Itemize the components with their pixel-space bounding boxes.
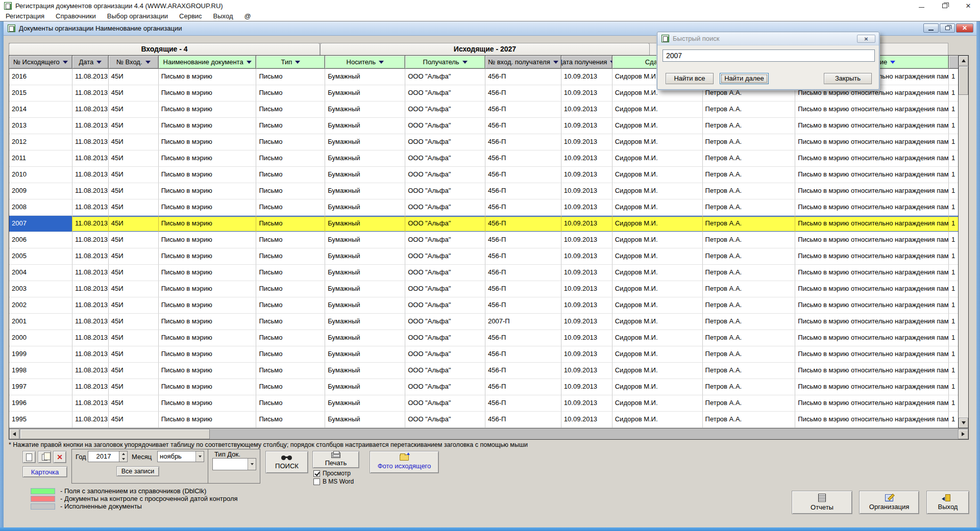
- table-cell[interactable]: Бумажный: [325, 330, 405, 346]
- table-cell[interactable]: 45И: [109, 183, 159, 199]
- scroll-left-button[interactable]: [9, 429, 19, 439]
- table-row[interactable]: 200711.08.201345ИПисьмо в мэриюПисьмоБум…: [9, 216, 968, 232]
- table-row[interactable]: 200411.08.201345ИПисьмо в мэриюПисьмоБум…: [9, 265, 968, 281]
- table-cell[interactable]: 10.09.2013: [561, 412, 612, 428]
- table-cell[interactable]: 1998: [9, 363, 72, 379]
- table-cell[interactable]: Бумажный: [325, 281, 405, 297]
- table-cell[interactable]: Письмо в мэрию: [159, 69, 257, 85]
- table-cell[interactable]: ООО "Альфа": [405, 134, 485, 150]
- table-cell[interactable]: 456-П: [485, 69, 561, 85]
- table-cell[interactable]: 456-П: [485, 232, 561, 248]
- table-row[interactable]: 200511.08.201345ИПисьмо в мэриюПисьмоБум…: [9, 248, 968, 265]
- tab-incoming[interactable]: Входящие - 4: [9, 43, 320, 55]
- table-cell[interactable]: Бумажный: [325, 412, 405, 428]
- table-cell[interactable]: Сидоров М.И.: [612, 216, 703, 232]
- table-cell[interactable]: Сидоров М.И.: [612, 134, 703, 150]
- table-cell[interactable]: Петров А.А.: [703, 330, 796, 346]
- table-cell[interactable]: 45И: [109, 395, 159, 412]
- table-cell[interactable]: Письмо: [256, 183, 325, 199]
- table-cell[interactable]: Письмо в мэрию относительно награждения …: [795, 330, 949, 346]
- organization-button[interactable]: Организация: [859, 491, 919, 514]
- table-cell[interactable]: 456-П: [485, 183, 561, 199]
- table-cell[interactable]: Петров А.А.: [703, 265, 796, 281]
- table-cell[interactable]: 45И: [109, 69, 159, 85]
- table-cell[interactable]: Письмо в мэрию: [159, 346, 257, 363]
- table-cell[interactable]: ООО "Альфа": [405, 412, 485, 428]
- preview-checkbox[interactable]: [313, 470, 320, 477]
- copy-record-button[interactable]: [38, 451, 51, 463]
- table-row[interactable]: 201411.08.201345ИПисьмо в мэриюПисьмоБум…: [9, 102, 968, 118]
- table-cell[interactable]: Бумажный: [325, 150, 405, 167]
- table-cell[interactable]: Письмо: [256, 412, 325, 428]
- table-cell[interactable]: 2013: [9, 118, 72, 134]
- table-cell[interactable]: Письмо: [256, 265, 325, 281]
- table-cell[interactable]: ООО "Альфа": [405, 297, 485, 314]
- table-cell[interactable]: Письмо: [256, 118, 325, 134]
- table-cell[interactable]: Письмо в мэрию относительно награждения …: [795, 379, 949, 395]
- column-header-4[interactable]: Наименование документа: [159, 56, 257, 69]
- table-cell[interactable]: Письмо в мэрию: [159, 102, 257, 118]
- table-row[interactable]: 201311.08.201345ИПисьмо в мэриюПисьмоБум…: [9, 118, 968, 134]
- table-cell[interactable]: 456-П: [485, 199, 561, 216]
- table-cell[interactable]: Сидоров М.И.: [612, 314, 703, 330]
- table-cell[interactable]: Письмо: [256, 69, 325, 85]
- table-cell[interactable]: ООО "Альфа": [405, 330, 485, 346]
- table-cell[interactable]: ООО "Альфа": [405, 232, 485, 248]
- table-cell[interactable]: 10.09.2013: [561, 199, 612, 216]
- table-cell[interactable]: Письмо: [256, 379, 325, 395]
- table-cell[interactable]: Сидоров М.И.: [612, 412, 703, 428]
- table-cell[interactable]: ООО "Альфа": [405, 85, 485, 102]
- table-cell[interactable]: Петров А.А.: [703, 314, 796, 330]
- table-cell[interactable]: Письмо: [256, 216, 325, 232]
- table-row[interactable]: 199711.08.201345ИПисьмо в мэриюПисьмоБум…: [9, 379, 968, 395]
- table-cell[interactable]: Сидоров М.И.: [612, 281, 703, 297]
- table-cell[interactable]: 11.08.2013: [72, 102, 109, 118]
- table-cell[interactable]: 45И: [109, 281, 159, 297]
- table-cell[interactable]: 45И: [109, 314, 159, 330]
- table-cell[interactable]: Бумажный: [325, 297, 405, 314]
- table-cell[interactable]: Письмо в мэрию: [159, 297, 257, 314]
- table-cell[interactable]: 456-П: [485, 248, 561, 265]
- table-cell[interactable]: Письмо в мэрию относительно награждения …: [795, 118, 949, 134]
- table-cell[interactable]: Письмо: [256, 281, 325, 297]
- table-cell[interactable]: 11.08.2013: [72, 150, 109, 167]
- table-cell[interactable]: Петров А.А.: [703, 297, 796, 314]
- table-row[interactable]: 200311.08.201345ИПисьмо в мэриюПисьмоБум…: [9, 281, 968, 297]
- table-cell[interactable]: Сидоров М.И.: [612, 248, 703, 265]
- table-cell[interactable]: 2007: [9, 216, 72, 232]
- table-cell[interactable]: Петров А.А.: [703, 199, 796, 216]
- search-button[interactable]: ПОИСК: [265, 451, 308, 473]
- table-cell[interactable]: Письмо в мэрию: [159, 248, 257, 265]
- table-row[interactable]: 199511.08.201345ИПисьмо в мэриюПисьмоБум…: [9, 412, 968, 428]
- table-cell[interactable]: Бумажный: [325, 216, 405, 232]
- table-cell[interactable]: Письмо в мэрию относительно награждения …: [795, 297, 949, 314]
- table-cell[interactable]: Письмо в мэрию относительно награждения …: [795, 314, 949, 330]
- table-cell[interactable]: Письмо в мэрию относительно награждения …: [795, 232, 949, 248]
- scroll-down-button[interactable]: [959, 418, 968, 428]
- table-cell[interactable]: 11.08.2013: [72, 232, 109, 248]
- spin-up-button[interactable]: [119, 451, 127, 457]
- table-cell[interactable]: 1996: [9, 395, 72, 412]
- table-cell[interactable]: 45И: [109, 379, 159, 395]
- table-cell[interactable]: 10.09.2013: [561, 395, 612, 412]
- month-dropdown[interactable]: ноябрь: [157, 451, 204, 462]
- column-header-1[interactable]: № Исходящего: [9, 56, 72, 69]
- table-cell[interactable]: Сидоров М.И.: [612, 363, 703, 379]
- table-cell[interactable]: 11.08.2013: [72, 363, 109, 379]
- table-cell[interactable]: Бумажный: [325, 69, 405, 85]
- table-cell[interactable]: 45И: [109, 216, 159, 232]
- table-cell[interactable]: Письмо в мэрию относительно награждения …: [795, 216, 949, 232]
- table-cell[interactable]: 456-П: [485, 216, 561, 232]
- table-cell[interactable]: ООО "Альфа": [405, 314, 485, 330]
- table-cell[interactable]: 10.09.2013: [561, 330, 612, 346]
- outgoing-photo-button[interactable]: Фото исходящего: [370, 451, 439, 473]
- table-cell[interactable]: Сидоров М.И.: [612, 199, 703, 216]
- table-cell[interactable]: 1997: [9, 379, 72, 395]
- mdi-close-button[interactable]: ✕: [956, 23, 973, 33]
- column-header-5[interactable]: Тип: [256, 56, 325, 69]
- table-cell[interactable]: ООО "Альфа": [405, 118, 485, 134]
- table-cell[interactable]: Письмо в мэрию: [159, 199, 257, 216]
- table-row[interactable]: 199611.08.201345ИПисьмо в мэриюПисьмоБум…: [9, 395, 968, 412]
- reports-button[interactable]: Отчеты: [792, 491, 852, 514]
- msword-checkbox[interactable]: [313, 478, 320, 485]
